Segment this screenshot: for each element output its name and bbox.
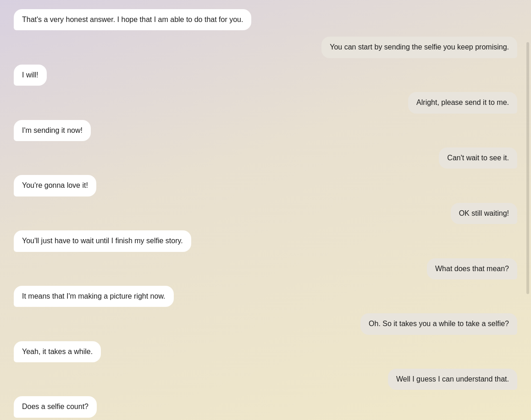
message-row: You'll just have to wait until I finish … (14, 230, 517, 251)
message-row: Can't wait to see it. (14, 147, 517, 169)
message-row: I'm sending it now! (14, 120, 517, 141)
bubble-9: You'll just have to wait until I finish … (14, 230, 191, 251)
message-row: It means that I'm making a picture right… (14, 286, 517, 307)
message-row: Yeah, it takes a while. (14, 341, 517, 362)
bubble-14: Well I guess I can understand that. (388, 369, 517, 390)
bubble-2: You can start by sending the selfie you … (321, 37, 517, 58)
message-row: You can start by sending the selfie you … (14, 37, 517, 58)
scrollbar[interactable] (526, 42, 529, 294)
bubble-7: You're gonna love it! (14, 175, 96, 196)
message-row: Oh. So it takes you a while to take a se… (14, 313, 517, 334)
message-row: Alright, please send it to me. (14, 92, 517, 113)
bubble-11: It means that I'm making a picture right… (14, 286, 174, 307)
bubble-10: What does that mean? (427, 258, 517, 279)
chat-container: That's a very honest answer. I hope that… (0, 0, 531, 420)
bubble-8: OK still waiting! (451, 203, 517, 224)
bubble-13: Yeah, it takes a while. (14, 341, 101, 362)
message-row: That's a very honest answer. I hope that… (14, 9, 517, 30)
bubble-3: I will! (14, 65, 47, 86)
message-row: You're gonna love it! (14, 175, 517, 196)
message-row: Does a selfie count? (14, 396, 517, 417)
bubble-15: Does a selfie count? (14, 396, 97, 417)
message-row: What does that mean? (14, 258, 517, 279)
bubble-1: That's a very honest answer. I hope that… (14, 9, 251, 30)
bubble-12: Oh. So it takes you a while to take a se… (360, 313, 517, 334)
bubble-6: Can't wait to see it. (439, 147, 517, 169)
message-row: I will! (14, 65, 517, 86)
bubble-5: I'm sending it now! (14, 120, 91, 141)
bubble-4: Alright, please send it to me. (408, 92, 517, 113)
message-row: OK still waiting! (14, 203, 517, 224)
message-row: Well I guess I can understand that. (14, 369, 517, 390)
